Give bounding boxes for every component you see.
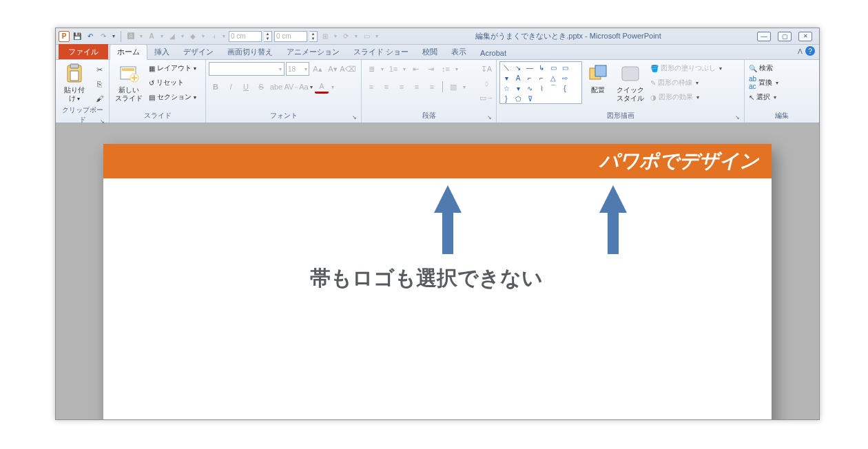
reset-button[interactable]: ↺リセット xyxy=(147,76,198,90)
cut-icon[interactable]: ✂ xyxy=(92,63,106,76)
dialog-launcher-icon[interactable]: ↘ xyxy=(735,114,740,121)
tab-animations[interactable]: アニメーション xyxy=(280,45,347,59)
layout-button[interactable]: ▦レイアウト ▾ xyxy=(147,61,198,75)
align-right-icon: ≡ xyxy=(395,80,409,94)
slide-canvas[interactable]: パワポでデザイン 帯もロゴも選択できない xyxy=(103,144,772,419)
shape-callout-icon[interactable]: ⬠ xyxy=(513,94,523,103)
shape-arrow-icon[interactable]: ↘ xyxy=(513,63,523,72)
section-button[interactable]: ▤セクション ▾ xyxy=(147,90,198,104)
tab-transitions[interactable]: 画面切り替え xyxy=(220,45,280,59)
replace-button[interactable]: abac置換▾ xyxy=(747,76,781,90)
annotation-arrow-left xyxy=(434,185,462,254)
tab-insert[interactable]: 挿入 xyxy=(147,45,176,59)
title-bar: P 💾 ↶ ↷ ▾ 🅰 ▾ A ▾ ◢ ▾ ◆ ▾ ⫞ ▾ 0 cm ▲▼ 0 … xyxy=(56,28,819,45)
group-drawing: ＼ ↘ — ↳ ▭ ▭ ▾ A ⌐ ⌐ △ ⇨ ☆ ▾ ∿ ⌇ ⌒ xyxy=(497,60,745,123)
shape-fill-icon: ◢ xyxy=(167,31,178,42)
align-text-icon: ⎀ xyxy=(479,76,493,90)
tab-review[interactable]: 校閲 xyxy=(415,45,444,59)
align-icon: ⫞ xyxy=(208,31,219,42)
shape-more2-icon[interactable]: ▾ xyxy=(513,84,523,92)
shape-more3-icon[interactable]: ⊽ xyxy=(525,94,535,103)
align-center-icon: ≡ xyxy=(380,80,393,94)
group-slides: 新しい スライド ▦レイアウト ▾ ↺リセット ▤セクション ▾ スライド xyxy=(110,60,206,123)
shapes-gallery[interactable]: ＼ ↘ — ↳ ▭ ▭ ▾ A ⌐ ⌐ △ ⇨ ☆ ▾ ∿ ⌇ ⌒ xyxy=(499,61,582,104)
height-spinner: ▲▼ xyxy=(264,31,272,42)
format-painter-icon[interactable]: 🖌 xyxy=(92,92,106,105)
shape-triangle-icon[interactable]: △ xyxy=(548,74,558,82)
shrink-font-icon: A▾ xyxy=(326,62,340,76)
dialog-launcher-icon[interactable]: ↘ xyxy=(352,114,357,121)
paste-button[interactable]: 貼り付け ▾ xyxy=(59,61,90,104)
tab-home[interactable]: ホーム xyxy=(110,44,147,60)
shape-connector-icon[interactable]: ↳ xyxy=(537,63,546,72)
shape-star-icon[interactable]: ☆ xyxy=(502,84,511,92)
italic-icon: I xyxy=(224,80,238,94)
app-icon[interactable]: P xyxy=(59,31,70,42)
tab-slideshow[interactable]: スライド ショー xyxy=(347,45,415,59)
copy-icon[interactable]: ⎘ xyxy=(92,77,106,91)
shape-elbow2-icon[interactable]: ⌐ xyxy=(537,74,546,82)
dialog-launcher-icon[interactable]: ↘ xyxy=(100,118,105,125)
ribbon: 貼り付け ▾ ✂ ⎘ 🖌 クリップボード↘ 新しい スライド xyxy=(56,60,819,123)
width-input: 0 cm xyxy=(274,31,307,42)
group-label: スライド xyxy=(112,111,203,121)
outdent-icon: ⇤ xyxy=(409,62,422,76)
redo-icon[interactable]: ↷ xyxy=(98,31,109,42)
dd: ▾ xyxy=(333,33,338,39)
qat-dropdown[interactable]: ▾ xyxy=(111,33,116,39)
shape-rect-icon[interactable]: ▭ xyxy=(548,63,558,72)
shape-textbox-icon[interactable]: A xyxy=(513,74,523,82)
undo-icon[interactable]: ↶ xyxy=(85,31,96,42)
paste-icon xyxy=(63,63,85,85)
dd: ▾ xyxy=(353,33,359,39)
maximize-button[interactable]: ▢ xyxy=(778,32,792,41)
minimize-button[interactable]: ― xyxy=(757,32,771,41)
shape-curve-icon[interactable]: ∿ xyxy=(525,84,535,92)
shape-arc-icon[interactable]: ⌒ xyxy=(548,84,558,92)
slide-logo-text: パワポでデザイン xyxy=(599,148,759,174)
arrange-button[interactable]: 配置 xyxy=(584,61,612,96)
shape-line2-icon[interactable]: — xyxy=(525,63,535,72)
shape-brace-icon[interactable]: { xyxy=(560,84,570,92)
tab-view[interactable]: 表示 xyxy=(444,45,473,59)
shape-effects-button: ◑図形の効果▾ xyxy=(649,90,725,104)
find-button[interactable]: 🔍検索 xyxy=(747,61,781,75)
quick-styles-button: クイック スタイル xyxy=(614,61,647,104)
dialog-launcher-icon[interactable]: ↘ xyxy=(487,114,492,121)
slide-workspace[interactable]: パワポでデザイン 帯もロゴも選択できない xyxy=(56,123,819,419)
shape-free-icon[interactable]: ⌇ xyxy=(537,84,546,92)
new-slide-icon xyxy=(118,63,140,85)
new-slide-button[interactable]: 新しい スライド xyxy=(112,61,145,104)
file-tab[interactable]: ファイル xyxy=(59,44,108,59)
shape-elbow-icon[interactable]: ⌐ xyxy=(525,74,535,82)
shadow-icon: abe xyxy=(269,80,283,94)
close-button[interactable]: ✕ xyxy=(798,32,812,41)
pen-icon: ✎ xyxy=(650,79,656,87)
shape-brace2-icon[interactable]: } xyxy=(502,94,511,103)
collapse-ribbon-icon[interactable]: ᐱ xyxy=(798,48,803,55)
height-input: 0 cm xyxy=(229,31,262,42)
help-icon[interactable]: ? xyxy=(805,46,815,56)
dd: ▾ xyxy=(374,33,380,39)
shape-more-icon[interactable]: ▾ xyxy=(502,74,511,82)
tab-acrobat[interactable]: Acrobat xyxy=(473,47,513,59)
shape-arrow2-icon[interactable]: ⇨ xyxy=(560,74,570,82)
layout-icon: ▦ xyxy=(149,65,155,72)
rotate-icon: ⟳ xyxy=(340,31,351,42)
shape-line-icon[interactable]: ＼ xyxy=(502,63,511,72)
effects-icon: ◑ xyxy=(650,94,657,101)
quick-styles-icon xyxy=(619,63,641,85)
arrange-icon xyxy=(587,63,609,85)
save-icon[interactable]: 💾 xyxy=(72,31,83,42)
distributed-icon: ≡ xyxy=(425,80,439,94)
orange-header-band: パワポでデザイン xyxy=(103,144,772,178)
select-button[interactable]: ↖選択▾ xyxy=(747,90,781,104)
shape-rect2-icon[interactable]: ▭ xyxy=(560,63,570,72)
select-icon: ↖ xyxy=(749,94,754,101)
group-font: ▾ 18▾ A▴ A▾ A⌫ B I U S abe AV↔ Aa▾ A▾ フォ xyxy=(206,60,362,123)
tab-design[interactable]: デザイン xyxy=(176,45,220,59)
replace-icon: abac xyxy=(749,75,756,90)
group-clipboard: 貼り付け ▾ ✂ ⎘ 🖌 クリップボード↘ xyxy=(56,60,110,123)
svg-rect-2 xyxy=(70,71,79,81)
dd: ▾ xyxy=(138,33,144,39)
